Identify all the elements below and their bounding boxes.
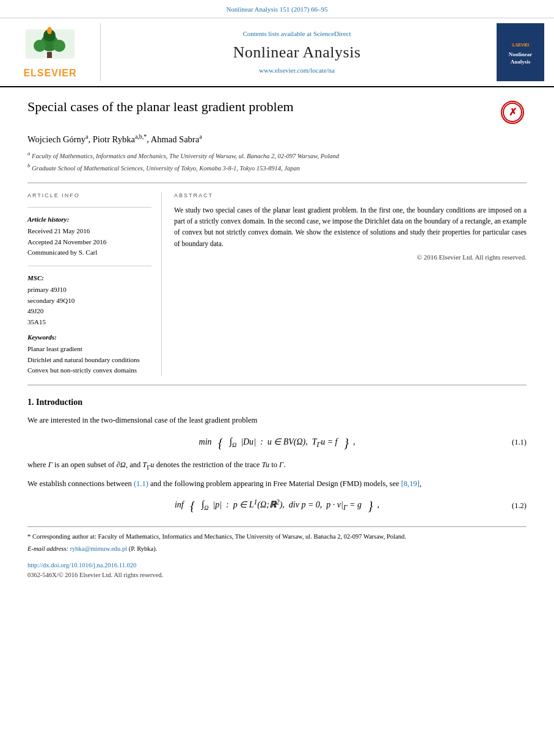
sciencedirect-label: Contents lists available at ScienceDirec… xyxy=(242,29,351,38)
elsevier-wordmark: ELSEVIER xyxy=(23,67,76,80)
crossmark-icon: ✗ xyxy=(501,101,524,124)
svg-text:✗: ✗ xyxy=(509,107,517,117)
thumbnail-title: NonlinearAnalysis xyxy=(509,51,533,65)
section1-heading: 1. Introduction xyxy=(27,396,527,409)
journal-thumbnail: ELSEVIER NonlinearAnalysis xyxy=(497,23,544,81)
elsevier-logo-svg xyxy=(16,24,84,64)
section1-para3: We establish connections between (1.1) a… xyxy=(27,478,527,490)
sciencedirect-link-text[interactable]: ScienceDirect xyxy=(313,30,351,37)
abstract-header: ABSTRACT xyxy=(174,192,527,200)
affiliation-a: a Faculty of Mathematics, Informatics an… xyxy=(27,150,527,161)
footnote-section: * Corresponding author at: Faculty of Ma… xyxy=(27,526,527,554)
thumb-elsevier-logo: ELSEVIER xyxy=(512,39,529,49)
authors: Wojciech Górnya, Piotr Rybkaa,b,*, Ahmad… xyxy=(27,133,527,145)
journal-title: Nonlinear Analysis xyxy=(233,42,360,64)
issn-copyright: 0362-546X/© 2016 Elsevier Ltd. All right… xyxy=(27,572,163,578)
msc-item-3: 49J20 xyxy=(27,306,151,317)
affiliation-b: b Graduate School of Mathematical Scienc… xyxy=(27,162,527,173)
history-item-3: Communicated by S. Carl xyxy=(27,247,151,258)
info-divider-2 xyxy=(27,266,151,266)
journal-thumbnail-area: ELSEVIER NonlinearAnalysis xyxy=(493,23,548,81)
email-link[interactable]: rybka@mimuw.edu.pl xyxy=(70,545,128,552)
elsevier-logo-area: ELSEVIER xyxy=(6,23,101,81)
msc-item-1: primary 49J10 xyxy=(27,285,151,296)
history-item-2: Accepted 24 November 2016 xyxy=(27,237,151,248)
article-info-header: ARTICLE INFO xyxy=(27,192,151,200)
section1-para1: We are interested in the two-dimensional… xyxy=(27,414,527,427)
msc-item-4: 35A15 xyxy=(27,317,151,328)
msc-item-2: secondary 49Q10 xyxy=(27,296,151,307)
abstract-copyright: © 2016 Elsevier Ltd. All rights reserved… xyxy=(174,253,527,262)
journal-center-area: Contents lists available at ScienceDirec… xyxy=(107,23,487,81)
equation-1-1: min { ∫Ω |Du| : u ∈ BV(Ω), TΓu = f } , (… xyxy=(27,434,527,451)
footnote-email: E-mail address: rybka@mimuw.edu.pl (P. R… xyxy=(27,544,527,554)
affiliations: a Faculty of Mathematics, Informatics an… xyxy=(27,150,527,173)
ref-8-19[interactable]: [8,19] xyxy=(401,479,420,488)
bottom-links: http://dx.doi.org/10.1016/j.na.2016.11.0… xyxy=(27,561,527,580)
keywords-items: Planar least gradient Dirichlet and natu… xyxy=(27,344,151,376)
msc-items: primary 49J10 secondary 49Q10 49J20 35A1… xyxy=(27,285,151,327)
keywords-label: Keywords: xyxy=(27,333,151,342)
section-divider xyxy=(27,385,527,385)
ref-1-1[interactable]: (1.1) xyxy=(134,479,148,488)
abstract-text: We study two special cases of the planar… xyxy=(174,205,527,250)
abstract-col: ABSTRACT We study two special cases of t… xyxy=(162,192,527,376)
crossmark-badge[interactable]: ✗ xyxy=(501,101,527,126)
history-items: Received 21 May 2016 Accepted 24 Novembe… xyxy=(27,226,151,258)
eq1-number: (1.1) xyxy=(512,437,527,448)
msc-label: MSC: xyxy=(27,274,151,283)
history-item-1: Received 21 May 2016 xyxy=(27,226,151,237)
footnote-corresponding: * Corresponding author at: Faculty of Ma… xyxy=(27,532,527,542)
eq2-content: inf { ∫Ω |p| : p ∈ L1(Ω;ℝ2), div p = 0, … xyxy=(175,497,379,514)
doi-link[interactable]: http://dx.doi.org/10.1016/j.na.2016.11.0… xyxy=(27,561,527,570)
svg-text:ELSEVIER: ELSEVIER xyxy=(512,43,529,47)
eq1-content: min { ∫Ω |Du| : u ∈ BV(Ω), TΓu = f } , xyxy=(199,434,355,451)
keyword-3: Convex but non-strictly convex domains xyxy=(27,365,151,376)
section1-para2: where Γ is an open subset of ∂Ω, and TΓu… xyxy=(27,459,527,473)
keyword-2: Dirichlet and natural boundary condition… xyxy=(27,355,151,366)
journal-header: ELSEVIER Contents lists available at Sci… xyxy=(0,18,554,87)
svg-point-4 xyxy=(53,40,65,52)
history-label: Article history: xyxy=(27,215,151,224)
article-info-col: ARTICLE INFO Article history: Received 2… xyxy=(27,192,162,376)
journal-url[interactable]: www.elsevier.com/locate/na xyxy=(259,66,335,75)
article-title: Special cases of the planar least gradie… xyxy=(27,98,294,116)
info-divider-1 xyxy=(27,207,151,208)
svg-point-6 xyxy=(47,27,52,34)
svg-rect-1 xyxy=(47,52,52,58)
svg-point-3 xyxy=(34,40,46,52)
eq2-number: (1.2) xyxy=(512,501,527,512)
title-row: Special cases of the planar least gradie… xyxy=(27,98,527,126)
main-content: Special cases of the planar least gradie… xyxy=(0,87,554,592)
article-info-abstract: ARTICLE INFO Article history: Received 2… xyxy=(27,192,527,376)
equation-1-2: inf { ∫Ω |p| : p ∈ L1(Ω;ℝ2), div p = 0, … xyxy=(27,497,527,514)
journal-reference: Nonlinear Analysis 151 (2017) 66–95 xyxy=(0,0,554,18)
header-divider xyxy=(27,183,527,183)
keyword-1: Planar least gradient xyxy=(27,344,151,355)
